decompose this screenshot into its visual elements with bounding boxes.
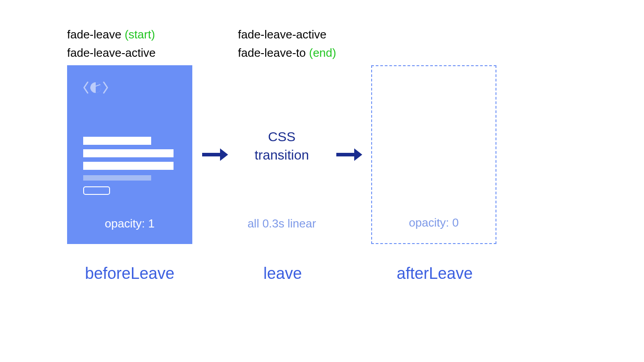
css-transition-label: CSS transition xyxy=(237,128,326,164)
hook-before-leave: beforeLeave xyxy=(67,264,192,283)
label-suffix-end: (end) xyxy=(309,46,336,59)
label-fade-leave-active-1: fade-leave-active xyxy=(67,45,192,61)
label-fade-leave-active-2: fade-leave-active xyxy=(238,27,390,42)
bar xyxy=(83,162,174,170)
label-fade-leave-start: fade-leave (start) xyxy=(67,27,192,42)
label-text: fade-leave xyxy=(67,28,125,41)
transition-timing: all 0.3s linear xyxy=(237,217,326,231)
labels-col-2: fade-leave-active fade-leave-to (end) xyxy=(238,27,390,61)
transition-center: CSS transition all 0.3s linear xyxy=(237,65,326,244)
label-suffix-start: (start) xyxy=(125,28,155,41)
opacity-label-end: opacity: 0 xyxy=(372,216,496,230)
arrow-right-icon xyxy=(335,147,363,162)
label-fade-leave-to-end: fade-leave-to (end) xyxy=(238,45,390,61)
card-end: opacity: 0 xyxy=(371,65,496,244)
hook-leave: leave xyxy=(238,264,327,283)
hooks-row: beforeLeave leave afterLeave xyxy=(67,264,577,283)
arrow-2 xyxy=(326,147,371,162)
css-label-line2: transition xyxy=(237,146,326,164)
hook-after-leave: afterLeave xyxy=(372,264,497,283)
arrow-1 xyxy=(192,147,237,162)
button-placeholder xyxy=(83,186,110,195)
bar xyxy=(83,149,174,157)
card-start: opacity: 1 xyxy=(67,65,192,244)
bar xyxy=(83,137,151,145)
stages-row: opacity: 1 CSS transition all 0.3s linea… xyxy=(67,65,577,244)
arrow-right-icon xyxy=(200,147,229,162)
bar-muted xyxy=(83,175,151,181)
transition-diagram: fade-leave (start) fade-leave-active fad… xyxy=(67,27,577,283)
content-bars xyxy=(83,137,174,195)
code-logo-icon xyxy=(83,80,108,97)
opacity-label-start: opacity: 1 xyxy=(67,217,192,231)
css-label-line1: CSS xyxy=(237,128,326,146)
labels-col-1: fade-leave (start) fade-leave-active xyxy=(67,27,192,61)
class-labels-row: fade-leave (start) fade-leave-active fad… xyxy=(67,27,577,61)
label-text: fade-leave-to xyxy=(238,46,309,59)
